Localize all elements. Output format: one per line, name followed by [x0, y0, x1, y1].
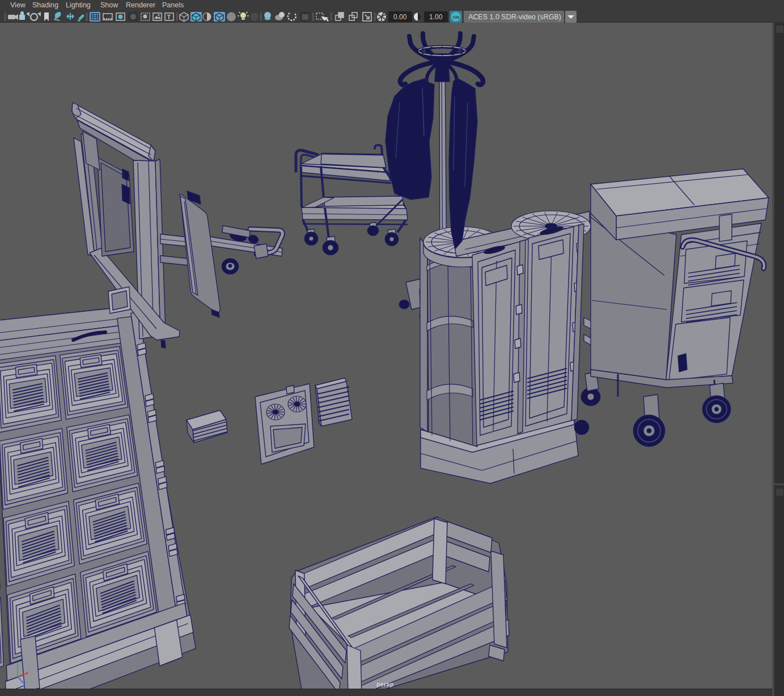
svg-text:z: z [23, 682, 26, 688]
svg-text:T: T [167, 14, 171, 20]
svg-text:ACES 1.0 SDR-video (sRGB): ACES 1.0 SDR-video (sRGB) [468, 13, 561, 21]
svg-text:0.00: 0.00 [393, 13, 407, 21]
svg-text:1.00: 1.00 [429, 13, 443, 21]
svg-text:ON: ON [453, 15, 460, 20]
svg-text:x: x [26, 670, 28, 676]
svg-text:persp: persp [376, 681, 394, 687]
